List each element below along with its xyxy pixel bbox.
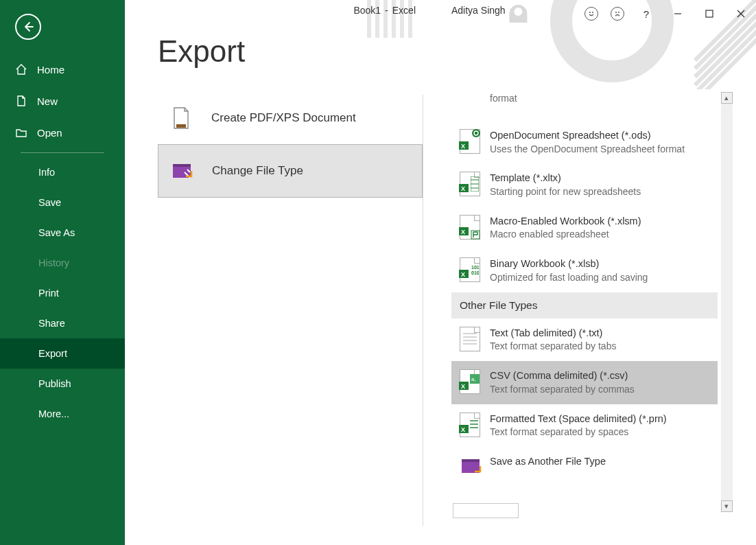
svg-text:X: X	[461, 143, 465, 150]
maximize-button[interactable]	[700, 4, 719, 23]
new-icon	[15, 95, 27, 107]
save-as-button-cutoff[interactable]	[453, 503, 519, 518]
svg-point-13	[472, 129, 480, 137]
nav-export[interactable]: Export	[0, 338, 125, 369]
file-type-xltx[interactable]: X Template (*.xltx) Starting point for n…	[451, 163, 718, 206]
file-type-xlsm[interactable]: X Macro-Enabled Workbook (*.xlsm) Macro …	[451, 207, 718, 249]
svg-point-1	[592, 12, 593, 13]
svg-rect-8	[176, 124, 186, 128]
prn-desc: Text format separated by spaces	[490, 426, 709, 439]
txt-icon	[460, 327, 480, 351]
vertical-divider	[423, 95, 423, 526]
nav-print[interactable]: Print	[0, 278, 125, 308]
app-name: Excel	[392, 5, 416, 23]
nav-new-label: New	[37, 95, 58, 107]
another-title: Save as Another File Type	[490, 455, 709, 469]
file-type-panel: format X OpenDocument Spreadsheet (*.ods…	[451, 92, 718, 523]
export-options-list: Create PDF/XPS Document Change File Type	[158, 92, 423, 198]
title-bar: Book1 - Excel Aditya Singh ?	[125, 0, 756, 27]
xlsm-icon: X	[460, 215, 480, 240]
export-option-change-file-type[interactable]: Change File Type	[158, 144, 423, 198]
doc-name: Book1	[353, 5, 381, 23]
xlsb-desc: Optimized for fast loading and saving	[490, 271, 709, 284]
svg-rect-41	[462, 459, 480, 462]
feedback-smile-icon[interactable]	[584, 7, 598, 21]
back-button[interactable]	[15, 14, 41, 40]
nav-share[interactable]: Share	[0, 308, 125, 338]
nav-home-label: Home	[37, 64, 64, 76]
file-type-another[interactable]: Save as Another File Type	[451, 447, 718, 480]
scroll-down-button[interactable]: ▾	[721, 500, 733, 512]
nav-new[interactable]: New	[0, 85, 125, 117]
page-title: Export	[158, 34, 756, 69]
minimize-button[interactable]	[668, 4, 687, 23]
xltx-icon: X	[460, 172, 480, 196]
txt-desc: Text format separated by tabs	[490, 340, 709, 353]
txt-title: Text (Tab delimited) (*.txt)	[490, 327, 709, 340]
open-icon	[15, 126, 27, 139]
svg-point-3	[618, 12, 619, 13]
help-button[interactable]: ?	[637, 4, 656, 23]
svg-text:X: X	[461, 185, 465, 192]
scroll-track[interactable]	[721, 104, 733, 500]
svg-text:a,: a,	[471, 376, 476, 382]
main-content: Export Create PDF/XPS Document Change Fi…	[125, 0, 756, 545]
scrollbar[interactable]: ▴ ▾	[720, 92, 733, 512]
nav-publish[interactable]: Publish	[0, 369, 125, 399]
file-type-txt[interactable]: Text (Tab delimited) (*.txt) Text format…	[451, 318, 718, 361]
nav-save[interactable]: Save	[0, 187, 125, 218]
file-type-ods[interactable]: X OpenDocument Spreadsheet (*.ods) Uses …	[451, 121, 718, 163]
svg-point-2	[615, 12, 617, 13]
file-type-prn[interactable]: X Formatted Text (Space delimited) (*.pr…	[451, 404, 718, 447]
nav-home[interactable]: Home	[0, 54, 125, 85]
svg-text:X: X	[461, 271, 465, 278]
nav-history: History	[0, 248, 125, 278]
xlsm-desc: Macro enabled spreadsheet	[490, 228, 709, 241]
backstage-sidebar: Home New Open Info Save Save As History …	[0, 0, 125, 545]
file-type-xlsb[interactable]: X101010 Binary Workbook (*.xlsb) Optimiz…	[451, 249, 718, 292]
csv-desc: Text format separated by commas	[490, 383, 709, 396]
svg-text:X: X	[461, 426, 465, 433]
svg-text:X: X	[461, 229, 465, 235]
section-other-file-types: Other File Types	[451, 292, 718, 318]
svg-rect-10	[173, 164, 191, 167]
scroll-up-button[interactable]: ▴	[721, 92, 733, 104]
prn-title: Formatted Text (Space delimited) (*.prn)	[490, 413, 709, 426]
nav-info[interactable]: Info	[0, 157, 125, 187]
prn-icon: X	[460, 413, 480, 437]
nav-more[interactable]: More...	[0, 399, 125, 429]
feedback-frown-icon[interactable]	[611, 7, 624, 21]
nav-saveas[interactable]: Save As	[0, 218, 125, 248]
file-type-partial-top[interactable]: format	[451, 92, 718, 121]
change-file-type-icon	[171, 159, 193, 183]
xlsb-title: Binary Workbook (*.xlsb)	[490, 257, 709, 271]
xlsm-title: Macro-Enabled Workbook (*.xlsm)	[490, 215, 709, 229]
file-type-csv[interactable]: Xa, CSV (Comma delimited) (*.csv) Text f…	[451, 361, 718, 404]
user-name: Aditya Singh	[451, 5, 506, 23]
csv-title: CSV (Comma delimited) (*.csv)	[490, 369, 709, 383]
xlsb-icon: X101010	[460, 257, 480, 282]
export-option-change-label: Change File Type	[212, 164, 303, 178]
svg-rect-5	[706, 10, 713, 17]
svg-text:101: 101	[471, 265, 479, 270]
xltx-desc: Starting point for new spreadsheets	[490, 185, 709, 198]
nav-open[interactable]: Open	[0, 117, 125, 148]
home-icon	[15, 63, 27, 76]
pdf-icon	[170, 106, 192, 130]
svg-text:X: X	[461, 383, 465, 390]
export-option-pdf-label: Create PDF/XPS Document	[211, 111, 356, 125]
dash: -	[385, 5, 388, 23]
xltx-title: Template (*.xltx)	[490, 172, 709, 185]
user-avatar-icon[interactable]	[510, 5, 528, 23]
another-file-type-icon	[460, 455, 480, 480]
ods-desc: Uses the OpenDocument Spreadsheet format	[490, 143, 709, 156]
svg-point-0	[589, 12, 591, 13]
ods-icon: X	[460, 129, 480, 154]
close-button[interactable]	[731, 4, 751, 23]
svg-text:010: 010	[471, 270, 479, 275]
export-option-pdf[interactable]: Create PDF/XPS Document	[158, 92, 423, 144]
ods-title: OpenDocument Spreadsheet (*.ods)	[490, 129, 709, 143]
nav-open-label: Open	[37, 127, 62, 139]
csv-icon: Xa,	[460, 369, 480, 394]
